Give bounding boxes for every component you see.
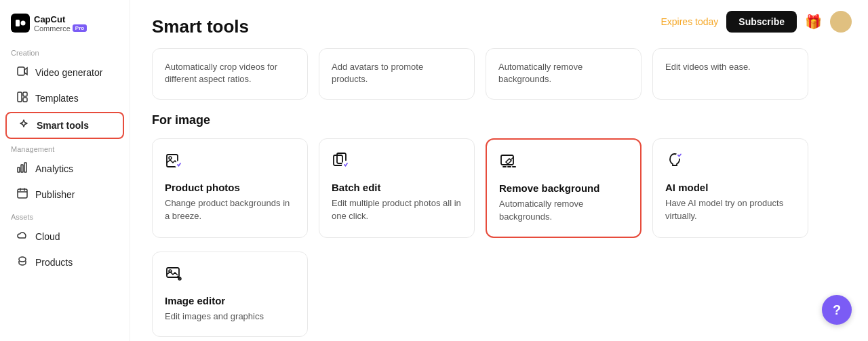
svg-rect-7: [21, 165, 23, 172]
card-avatars[interactable]: Add avatars to promote products.: [319, 48, 475, 100]
templates-icon: [16, 92, 28, 105]
header-bar: Expires today Subscribe 🎁: [660, 11, 852, 33]
card-title: Batch edit: [332, 182, 462, 193]
card-edit-video[interactable]: Edit videos with ease.: [652, 48, 808, 100]
card-remove-background[interactable]: Remove background Automatically remove b…: [486, 138, 642, 237]
publisher-icon: [16, 188, 28, 201]
card-title: AI model: [665, 182, 795, 193]
app-logo: CapCut Commerce Pro: [0, 8, 130, 43]
sidebar-item-label: Video generator: [35, 67, 102, 78]
svg-rect-6: [18, 167, 20, 172]
card-desc: Automatically remove backgrounds.: [499, 198, 628, 222]
ai-model-icon: [665, 151, 795, 175]
card-remove-bg-video[interactable]: Automatically remove backgrounds.: [486, 48, 642, 100]
sidebar-item-products[interactable]: Products: [5, 250, 124, 275]
sidebar-item-smart-tools[interactable]: Smart tools: [5, 112, 124, 139]
card-desc: Automatically crop videos for different …: [165, 61, 295, 85]
image-editor-icon: [165, 264, 295, 288]
subscribe-button[interactable]: Subscribe: [726, 11, 797, 33]
card-crop-video[interactable]: Automatically crop videos for different …: [152, 48, 308, 100]
card-title: Product photos: [165, 182, 295, 193]
sidebar-item-analytics[interactable]: Analytics: [5, 157, 124, 181]
card-ai-model[interactable]: AI model Have AI model try on products v…: [652, 138, 808, 237]
card-desc: Automatically remove backgrounds.: [498, 61, 629, 85]
card-image-editor[interactable]: Image editor Edit images and graphics: [152, 252, 308, 337]
section-label-management: Management: [0, 140, 130, 156]
smart-tools-icon: [18, 119, 30, 132]
product-photos-icon: [165, 151, 295, 175]
card-desc: Edit videos with ease.: [665, 61, 795, 73]
expires-text: Expires today: [660, 16, 718, 27]
sidebar-item-cloud[interactable]: Cloud: [5, 224, 124, 249]
section-label-assets: Assets: [0, 207, 130, 224]
card-title: Image editor: [165, 295, 295, 306]
sidebar-item-publisher[interactable]: Publisher: [5, 182, 124, 207]
sidebar-item-label: Cloud: [35, 231, 60, 242]
svg-rect-5: [23, 98, 27, 102]
bottom-cards-row: Image editor Edit images and graphics: [152, 252, 846, 337]
svg-rect-3: [18, 92, 22, 102]
svg-rect-9: [18, 189, 27, 198]
avatar[interactable]: [830, 11, 852, 33]
video-cards-row: Automatically crop videos for different …: [152, 48, 846, 100]
remove-background-icon: [499, 152, 628, 176]
help-icon: ?: [833, 302, 841, 318]
sidebar-item-label: Publisher: [35, 189, 75, 200]
video-generator-icon: [16, 66, 28, 79]
sidebar-item-label: Products: [35, 257, 73, 268]
sidebar: CapCut Commerce Pro Creation Video gener…: [0, 0, 130, 341]
sidebar-item-label: Templates: [35, 93, 79, 104]
image-cards-row: Product photos Change product background…: [152, 138, 846, 237]
batch-edit-icon: [332, 151, 462, 175]
for-image-section-title: For image: [152, 113, 846, 127]
svg-rect-8: [24, 163, 26, 172]
section-label-creation: Creation: [0, 43, 130, 60]
card-product-photos[interactable]: Product photos Change product background…: [152, 138, 308, 237]
sidebar-item-templates[interactable]: Templates: [5, 86, 124, 111]
logo-text: CapCut: [34, 14, 87, 24]
card-desc: Edit images and graphics: [165, 310, 295, 323]
card-desc: Add avatars to promote products.: [332, 61, 462, 85]
card-desc: Edit multiple product photos all in one …: [332, 197, 462, 222]
main-content: Expires today Subscribe 🎁 Smart tools Au…: [130, 0, 868, 341]
help-button[interactable]: ?: [822, 295, 852, 325]
svg-point-1: [21, 21, 26, 26]
svg-point-11: [169, 157, 172, 159]
svg-rect-4: [23, 92, 27, 96]
svg-rect-0: [16, 20, 20, 26]
cloud-icon: [16, 230, 28, 243]
logo-icon: [11, 14, 30, 33]
pro-badge: Pro: [73, 24, 87, 32]
products-icon: [16, 256, 28, 269]
sidebar-item-video-generator[interactable]: Video generator: [5, 60, 124, 85]
card-title: Remove background: [499, 182, 628, 194]
gift-icon[interactable]: 🎁: [805, 14, 822, 30]
card-desc: Have AI model try on products virtually.: [665, 197, 795, 222]
sidebar-item-label: Analytics: [35, 163, 73, 174]
analytics-icon: [16, 162, 28, 176]
logo-sub: Commerce Pro: [34, 24, 87, 33]
svg-rect-2: [18, 67, 24, 75]
sidebar-item-label: Smart tools: [37, 120, 89, 131]
card-batch-edit[interactable]: Batch edit Edit multiple product photos …: [319, 138, 475, 237]
card-desc: Change product backgrounds in a breeze.: [165, 197, 295, 222]
